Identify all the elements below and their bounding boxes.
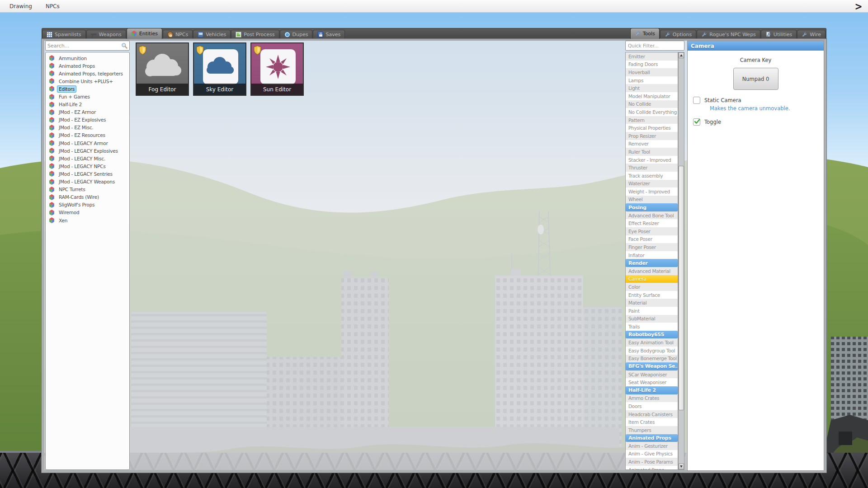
- toggle-checkbox[interactable]: [693, 118, 700, 126]
- tool-row[interactable]: Prop Resizer: [626, 132, 678, 140]
- tool-row[interactable]: Color: [626, 283, 678, 291]
- tab-dupes[interactable]: Dupes: [280, 30, 313, 39]
- category-row[interactable]: JMod - LEGACY Armor: [46, 139, 129, 147]
- category-row[interactable]: Ammunition: [46, 54, 129, 62]
- tool-row[interactable]: Render: [626, 259, 678, 267]
- category-row[interactable]: JMod - LEGACY Sentries: [46, 170, 129, 178]
- tool-row[interactable]: Fading Doors: [626, 61, 678, 69]
- category-row[interactable]: SligWolf's Props: [46, 201, 129, 209]
- tool-row[interactable]: Anim - Gesturizer: [626, 442, 678, 450]
- tool-row[interactable]: Ammo Crates: [626, 394, 678, 403]
- tab-utilities[interactable]: Utilities: [761, 30, 797, 39]
- tab-saves[interactable]: Saves: [313, 30, 345, 39]
- tool-row[interactable]: Paint: [626, 307, 678, 315]
- tool-row[interactable]: No Collide: [626, 100, 678, 108]
- tool-row[interactable]: Entity Surface: [626, 291, 678, 299]
- category-row[interactable]: JMod - LEGACY Weapons: [46, 178, 129, 186]
- category-row[interactable]: JMod - EZ Resources: [46, 131, 129, 139]
- tool-row[interactable]: Easy Animation Tool: [626, 338, 678, 347]
- tool-row[interactable]: Light: [626, 84, 678, 92]
- tool-row[interactable]: Weight - Improved: [626, 188, 678, 196]
- tool-row[interactable]: Effect Resizer: [626, 219, 678, 227]
- tool-row[interactable]: Doors: [626, 402, 678, 410]
- category-row[interactable]: Fun + Games: [46, 93, 129, 100]
- tool-row[interactable]: Easy Bodygroup Tool: [626, 347, 678, 355]
- tool-row[interactable]: Seat Weaponiser: [626, 378, 678, 386]
- category-row[interactable]: JMod - EZ Explosives: [46, 116, 129, 124]
- tool-row[interactable]: Model Manipulator: [626, 92, 678, 100]
- tool-row[interactable]: Trails: [626, 323, 678, 331]
- tool-row[interactable]: Finger Poser: [626, 243, 678, 251]
- category-row[interactable]: Xen: [46, 216, 129, 224]
- tool-row[interactable]: Half-Life 2: [626, 386, 678, 394]
- category-row[interactable]: JMod - LEGACY Misc.: [46, 155, 129, 162]
- tab-vehicles[interactable]: Vehicles: [193, 30, 231, 39]
- tool-row[interactable]: Remover: [626, 140, 678, 148]
- tool-row[interactable]: Anim - Pose Params: [626, 458, 678, 466]
- tab-tools[interactable]: Tools: [630, 28, 660, 39]
- tool-row[interactable]: Material: [626, 299, 678, 307]
- tab-entities[interactable]: Entities: [127, 28, 162, 39]
- tab-rogues-npc-weps[interactable]: Rogue's NPC Weps: [697, 30, 760, 39]
- scroll-up-button[interactable]: [679, 52, 684, 58]
- category-row[interactable]: Animated Props, teleporters: [46, 70, 129, 77]
- tool-row[interactable]: Track assembly: [626, 172, 678, 180]
- entity-sun-editor[interactable]: Sun Editor: [250, 42, 304, 96]
- tool-row[interactable]: Thruster: [626, 164, 678, 172]
- tool-row[interactable]: Item Crates: [626, 418, 678, 426]
- tool-row[interactable]: Physical Properties: [626, 124, 678, 132]
- tool-row[interactable]: Headcrab Canisters: [626, 410, 678, 418]
- tool-row[interactable]: Inflator: [626, 251, 678, 259]
- tool-row[interactable]: Advanced Material: [626, 267, 678, 275]
- category-row[interactable]: RAM-Cards (Wire): [46, 193, 129, 201]
- category-row[interactable]: JMod - LEGACY Explosives: [46, 147, 129, 155]
- tool-row[interactable]: Ruler Tool: [626, 148, 678, 156]
- camera-key-button[interactable]: Numpad 0: [733, 68, 778, 90]
- tab-post-process[interactable]: Post Process: [231, 30, 279, 39]
- tab-npcs[interactable]: NPCs: [163, 30, 193, 39]
- scroll-down-button[interactable]: [679, 464, 684, 469]
- search-input[interactable]: [46, 43, 121, 49]
- menu-overflow-arrow[interactable]: >: [854, 0, 862, 12]
- category-row[interactable]: Half-Life 2: [46, 101, 129, 108]
- tool-row[interactable]: Advanced Bone Tool: [626, 211, 678, 220]
- tool-row[interactable]: Robotboy655: [626, 331, 678, 339]
- tool-row[interactable]: Wheel: [626, 196, 678, 204]
- tool-row[interactable]: Animated Props: [626, 466, 678, 470]
- tool-row[interactable]: Hoverball: [626, 68, 678, 76]
- tool-row[interactable]: Anim - Give Physics: [626, 450, 678, 458]
- tool-row[interactable]: Pattern: [626, 116, 678, 124]
- tool-row[interactable]: BFG's Weapon Se...: [626, 362, 678, 371]
- tool-row[interactable]: SCar Weaponiser: [626, 371, 678, 379]
- tab-weapons[interactable]: Weapons: [86, 30, 126, 39]
- tool-row[interactable]: Animated Props: [626, 434, 678, 442]
- category-row[interactable]: Editors: [46, 85, 129, 93]
- tool-row[interactable]: Thumpers: [626, 426, 678, 434]
- static-camera-checkbox[interactable]: [693, 97, 700, 104]
- tool-row[interactable]: Easy Bonemerge Tool: [626, 355, 678, 363]
- tab-options[interactable]: Options: [660, 30, 696, 39]
- category-row[interactable]: Combine Units +PLUS+: [46, 77, 129, 85]
- tool-row[interactable]: Face Poser: [626, 235, 678, 244]
- entity-sky-editor[interactable]: Sky Editor: [193, 42, 246, 96]
- tool-row[interactable]: Waterizer: [626, 180, 678, 188]
- tool-row[interactable]: No Collide Everything: [626, 108, 678, 116]
- category-row[interactable]: JMod - LEGACY NPCs: [46, 162, 129, 170]
- entity-fog-editor[interactable]: Fog Editor: [136, 42, 189, 96]
- category-row[interactable]: Wiremod: [46, 209, 129, 216]
- tool-row[interactable]: Eye Poser: [626, 227, 678, 235]
- scrollbar-thumb[interactable]: [679, 166, 684, 410]
- quick-filter-input[interactable]: [626, 43, 690, 48]
- tab-wire[interactable]: Wire: [797, 30, 826, 39]
- tool-row[interactable]: Lamps: [626, 76, 678, 84]
- tool-row[interactable]: Emitter: [626, 52, 678, 61]
- category-row[interactable]: NPC Turrets: [46, 186, 129, 193]
- category-row[interactable]: JMod - EZ Misc.: [46, 124, 129, 131]
- category-row[interactable]: Animated Props: [46, 62, 129, 70]
- menu-item-npcs[interactable]: NPCs: [39, 0, 66, 12]
- menu-item-drawing[interactable]: Drawing: [3, 0, 39, 12]
- tool-row[interactable]: Posing: [626, 203, 678, 211]
- tab-spawnlists[interactable]: Spawnlists: [42, 30, 86, 39]
- category-row[interactable]: JMod - EZ Armor: [46, 108, 129, 116]
- tool-row[interactable]: SubMaterial: [626, 315, 678, 323]
